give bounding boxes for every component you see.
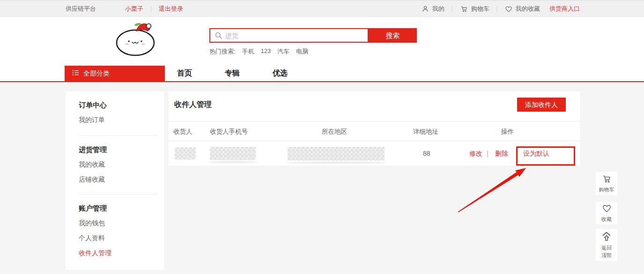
back-to-top-button[interactable]: 返回 顶部 xyxy=(596,229,617,261)
logout-link[interactable]: 退出登录 xyxy=(159,5,183,13)
float-favorite-button[interactable]: 收藏 xyxy=(596,202,617,224)
search-box xyxy=(209,28,369,43)
divider xyxy=(151,6,151,12)
my-account-link[interactable]: 我的 xyxy=(422,5,444,13)
brand-label: 供应链平台 xyxy=(66,5,96,13)
sidebar-divider xyxy=(79,135,158,136)
hot-term[interactable]: 电脑 xyxy=(296,47,308,56)
hot-term[interactable]: 汽车 xyxy=(277,47,289,56)
sidebar-section-purchasing: 进货管理 xyxy=(79,145,107,154)
edit-link[interactable]: 修改 xyxy=(469,150,482,158)
col-receiver: 收货人 xyxy=(173,128,192,136)
nav-links: 首页 专辑 优选 xyxy=(177,66,288,81)
table-header-row: 收货人 收货人手机号 所在地区 详细地址 操作 xyxy=(169,121,580,141)
all-categories-button[interactable]: 全部分类 xyxy=(65,66,165,81)
heart-icon xyxy=(505,6,512,13)
float-cart-button[interactable]: 购物车 xyxy=(596,172,617,195)
float-cart-label: 购物车 xyxy=(599,187,614,193)
sidebar-item-profile[interactable]: 个人资料 xyxy=(79,234,105,243)
topbar-right: 我的 购物车 我的收藏 供货商入口 xyxy=(422,0,580,17)
recipient-management-panel: 收件人管理 添加收件人 收货人 收货人手机号 所在地区 详细地址 操作 88 修… xyxy=(169,91,580,166)
sidebar-item-shop-favorites[interactable]: 店铺收藏 xyxy=(79,175,105,184)
sidebar-item-my-wallet[interactable]: 我的钱包 xyxy=(79,219,105,228)
back-to-top-label-2: 顶部 xyxy=(601,252,612,259)
page: 供应链平台 小栗子 退出登录 我的 购物车 我的收藏 供货商入口 xyxy=(0,0,644,274)
float-favorite-label: 收藏 xyxy=(601,216,612,222)
topbar: 供应链平台 小栗子 退出登录 我的 购物车 我的收藏 供货商入口 xyxy=(0,0,644,17)
redacted-phone-cell xyxy=(210,147,256,160)
hot-search-row: 热门搜索: 手机 123 汽车 电脑 xyxy=(209,47,308,56)
sidebar: 订单中心 我的订单 进货管理 我的收藏 店铺收藏 账户管理 我的钱包 个人资料 … xyxy=(66,91,164,270)
sidebar-divider xyxy=(79,194,158,195)
site-logo[interactable] xyxy=(115,20,158,57)
cart-icon xyxy=(460,5,468,13)
favorites-label: 我的收藏 xyxy=(516,5,540,13)
nav-item-albums[interactable]: 专辑 xyxy=(225,68,240,78)
cart-link[interactable]: 购物车 xyxy=(460,5,489,13)
hot-term[interactable]: 手机 xyxy=(242,47,254,56)
search-button[interactable]: 搜索 xyxy=(369,28,417,43)
set-default-link[interactable]: 设为默认 xyxy=(523,150,549,158)
redacted-region-cell xyxy=(288,147,385,160)
my-account-label: 我的 xyxy=(432,5,444,13)
table-row: 88 修改 | 删除 设为默认 xyxy=(169,141,580,166)
divider xyxy=(497,6,497,12)
heart-icon xyxy=(602,204,612,215)
username-link[interactable]: 小栗子 xyxy=(125,5,143,13)
add-recipient-button[interactable]: 添加收件人 xyxy=(517,98,566,112)
sidebar-section-account: 账户管理 xyxy=(79,204,107,213)
sidebar-section-orders: 订单中心 xyxy=(79,101,107,110)
favorites-link[interactable]: 我的收藏 xyxy=(505,5,540,13)
topbar-left: 供应链平台 小栗子 退出登录 xyxy=(66,0,183,17)
category-list-icon xyxy=(72,69,79,77)
delete-link[interactable]: 删除 xyxy=(495,150,508,158)
cart-icon xyxy=(601,174,612,185)
divider xyxy=(452,6,452,12)
supplier-entry-link[interactable]: 供货商入口 xyxy=(549,5,580,13)
page-title: 收件人管理 xyxy=(174,100,212,110)
sidebar-item-recipient-management[interactable]: 收件人管理 xyxy=(79,249,111,258)
col-actions: 操作 xyxy=(501,128,514,136)
hot-search-label: 热门搜索: xyxy=(209,47,236,56)
back-to-top-icon xyxy=(601,231,612,244)
col-region: 所在地区 xyxy=(322,128,347,136)
back-to-top-label-1: 返回 xyxy=(601,245,612,251)
cart-label: 购物车 xyxy=(471,5,489,13)
address-cell: 88 xyxy=(423,150,430,157)
redacted-receiver-cell xyxy=(175,147,196,160)
col-phone: 收货人手机号 xyxy=(210,128,248,136)
hot-term[interactable]: 123 xyxy=(261,47,271,56)
person-icon xyxy=(422,5,429,13)
action-separator: | xyxy=(487,150,489,157)
all-categories-label: 全部分类 xyxy=(83,69,110,78)
sidebar-item-my-orders[interactable]: 我的订单 xyxy=(79,116,105,124)
nav-item-picks[interactable]: 优选 xyxy=(273,68,288,78)
col-address: 详细地址 xyxy=(413,128,438,136)
sidebar-item-my-favorites[interactable]: 我的收藏 xyxy=(79,160,105,169)
search-input[interactable] xyxy=(210,29,368,42)
nav-item-home[interactable]: 首页 xyxy=(177,68,192,78)
